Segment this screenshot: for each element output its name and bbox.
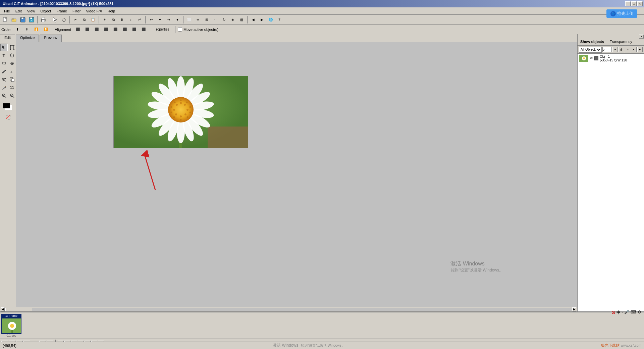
transparent-color[interactable]: [4, 113, 12, 121]
zoom-in-tool[interactable]: [0, 92, 8, 99]
order-btn-2[interactable]: ⬇: [23, 26, 31, 33]
show-objects-dropdown[interactable]: All Object:: [579, 47, 602, 53]
order-btn-3[interactable]: ⏫: [32, 26, 40, 33]
lock-icon[interactable]: [594, 56, 598, 60]
panel-close-btn[interactable]: ✕: [639, 35, 644, 39]
tab-edit[interactable]: Edit: [0, 35, 15, 42]
crop-button[interactable]: ⊞: [203, 16, 211, 23]
menu-videofx[interactable]: Video F/X: [83, 8, 105, 14]
align-middle-button[interactable]: ⬛: [111, 26, 119, 33]
tab-preview[interactable]: Preview: [40, 35, 61, 42]
delete-object-btn[interactable]: 🗑: [619, 47, 624, 52]
align-left-button[interactable]: ⬛: [74, 26, 82, 33]
tween-button[interactable]: ◈: [229, 16, 237, 23]
ime-mic-icon[interactable]: 🎤: [624, 310, 629, 311]
banner-button[interactable]: ▤: [237, 16, 246, 23]
zoom-out-tool[interactable]: [8, 92, 16, 99]
ime-punct-icon[interactable]: ·: [622, 310, 623, 311]
object-properties-btn[interactable]: ≡: [625, 47, 630, 52]
distribute-v-button[interactable]: ⬛: [140, 26, 148, 33]
add-object-btn[interactable]: +: [612, 47, 618, 52]
undo-button[interactable]: ↩: [147, 16, 155, 23]
paste-button[interactable]: 📋: [89, 16, 97, 23]
rotate-tool[interactable]: [8, 52, 16, 59]
frame-1-item[interactable]: 1: Frame 0.1 sec: [1, 314, 21, 337]
object-toggle-btn[interactable]: ✕: [631, 47, 636, 52]
help-button[interactable]: ?: [275, 16, 283, 23]
cut-button[interactable]: ✂: [71, 16, 79, 23]
horizontal-scrollbar[interactable]: ◀ ▶: [0, 307, 577, 311]
add-frame-button[interactable]: +: [101, 16, 109, 23]
canvas-wrapper[interactable]: 激活 Windows 转到"设置"以激活 Windows。: [16, 42, 577, 307]
ime-zh-icon[interactable]: 中: [616, 310, 621, 311]
menu-view[interactable]: View: [24, 8, 38, 14]
redo-steps-button[interactable]: ▼: [173, 16, 181, 23]
lasso-button[interactable]: [60, 16, 68, 23]
swap-frame-button[interactable]: ⇌: [136, 16, 144, 23]
align-center-button[interactable]: ⬛: [83, 26, 91, 33]
distribute-h-button[interactable]: ⬛: [130, 26, 138, 33]
delete-frame-button[interactable]: 🗑: [118, 16, 126, 23]
scrollbar-track[interactable]: [5, 308, 572, 311]
ime-settings-icon[interactable]: ⚙: [638, 310, 641, 311]
stamp-tool[interactable]: [8, 60, 16, 67]
align-bottom-button[interactable]: ⬛: [121, 26, 129, 33]
menu-frame[interactable]: Frame: [54, 8, 70, 14]
object-list-item[interactable]: 👁 Obj - 1 (-350,-197)(W:120: [578, 54, 644, 63]
close-button[interactable]: ✕: [637, 1, 643, 6]
properties-button[interactable]: roperties: [153, 26, 173, 33]
move-active-checkbox[interactable]: [178, 27, 182, 32]
arrow-tool[interactable]: [0, 44, 8, 51]
align-top-button[interactable]: ⬛: [102, 26, 110, 33]
menu-object[interactable]: Object: [38, 8, 54, 14]
move-frame-button[interactable]: ↕: [127, 16, 135, 23]
transform-tool[interactable]: [8, 44, 16, 51]
maximize-button[interactable]: □: [631, 1, 637, 6]
scrollbar-thumb[interactable]: [5, 308, 32, 311]
copy-button[interactable]: ⧉: [80, 16, 88, 23]
text-tool[interactable]: T: [0, 52, 8, 59]
print-button[interactable]: [39, 16, 47, 23]
save-as-button[interactable]: +: [28, 16, 36, 23]
menu-file[interactable]: File: [1, 8, 13, 14]
minimize-button[interactable]: ─: [625, 1, 631, 6]
select-button[interactable]: [51, 16, 59, 23]
next-frame-button[interactable]: ▶: [258, 16, 266, 23]
eraser-button[interactable]: ⬜: [185, 16, 193, 23]
resize-canvas-tool[interactable]: [8, 76, 16, 83]
transparency-input[interactable]: [602, 47, 612, 52]
open-button[interactable]: [10, 16, 18, 23]
scroll-right-btn[interactable]: ▶: [572, 307, 576, 311]
right-tab-show-objects[interactable]: Show objects: [578, 39, 607, 45]
menu-help[interactable]: Help: [105, 8, 118, 14]
right-tab-transparency[interactable]: Transparency: [607, 39, 635, 45]
align-right-button[interactable]: ⬛: [93, 26, 101, 33]
ime-kb-icon[interactable]: ⌨: [631, 310, 636, 311]
move-tool[interactable]: ✛: [8, 68, 16, 75]
order-btn-1[interactable]: ⬆: [13, 26, 21, 33]
rotate-button[interactable]: ↻: [220, 16, 228, 23]
tab-optimize[interactable]: Optimize: [16, 35, 39, 42]
duplicate-frame-button[interactable]: ⧉: [109, 16, 117, 23]
scroll-left-btn[interactable]: ◀: [1, 307, 5, 311]
save-button[interactable]: [19, 16, 27, 23]
lasso-tool[interactable]: [0, 60, 8, 67]
eyedropper-tool[interactable]: [0, 68, 8, 75]
object-more-btn[interactable]: ▼: [637, 47, 643, 52]
order-btn-4[interactable]: ⏬: [42, 26, 50, 33]
fg-color-swatch[interactable]: [3, 103, 10, 108]
flip-button[interactable]: ↔: [211, 16, 219, 23]
resize-button[interactable]: ⇔: [194, 16, 202, 23]
menu-filter[interactable]: Filter: [70, 8, 83, 14]
pencil-tool[interactable]: [0, 84, 8, 91]
menu-edit[interactable]: Edit: [13, 8, 24, 14]
visibility-icon[interactable]: 👁: [590, 56, 593, 60]
new-button[interactable]: [1, 16, 9, 23]
undo-steps-button[interactable]: ▼: [156, 16, 164, 23]
warp-tool[interactable]: [0, 76, 8, 83]
redo-button[interactable]: ↪: [165, 16, 173, 23]
prev-frame-button[interactable]: ◀: [249, 16, 257, 23]
number-tool[interactable]: 11: [8, 84, 16, 91]
upload-button[interactable]: 🔵 抢先上传: [606, 9, 637, 18]
preview-button[interactable]: 🌐: [267, 16, 275, 23]
